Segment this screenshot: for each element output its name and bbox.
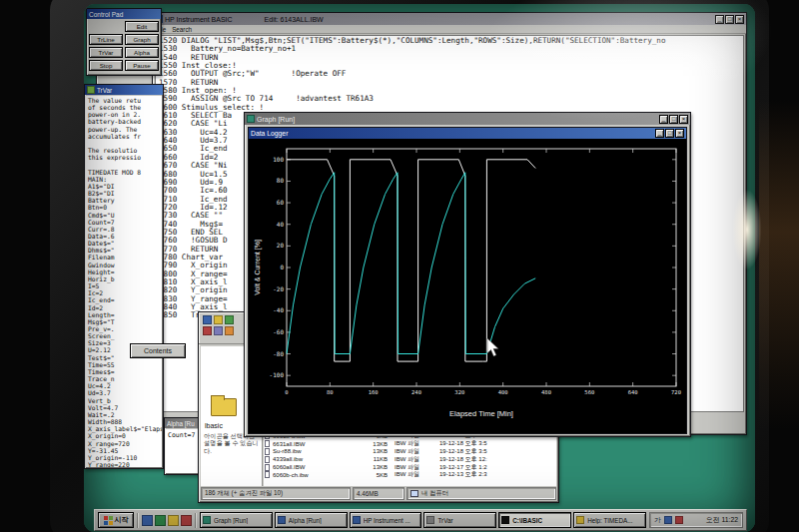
status-object-count: 186 개체 (+ 숨겨진 파일 10) [201, 487, 351, 500]
help-text-line: The resolutio [88, 147, 160, 154]
basic-window-titlebar[interactable]: HP Instrument BASIC Edit: 6143ALL.IBW _ … [153, 13, 746, 25]
task-icon [426, 516, 434, 524]
volt-trace [287, 173, 535, 354]
ime-indicator[interactable]: 가 [654, 516, 661, 525]
control-pad-button-stop[interactable]: Stop [89, 60, 123, 71]
y-tick-label: 80 [277, 177, 285, 184]
quick-launch-icon[interactable] [155, 515, 166, 526]
tray-icon[interactable] [664, 516, 672, 524]
taskbar-separator [195, 513, 197, 528]
tray-icon[interactable] [675, 516, 683, 524]
file-name: Su-r88.ibw [273, 448, 359, 454]
taskbar-button[interactable]: TrVar [423, 512, 496, 528]
menu-search[interactable]: Search [172, 26, 192, 33]
toolbar-icon[interactable] [225, 315, 234, 324]
control-pad-button-trvar[interactable]: TrVar [89, 47, 123, 58]
graph-window[interactable]: Graph [Run] _ □ × Data Logger _ □ × [244, 112, 691, 437]
taskbar-button[interactable]: C:\IBASIC [498, 512, 571, 528]
variable-line: I=5 [88, 282, 160, 289]
taskbar-button[interactable]: Help: TIMEDA... [573, 512, 646, 528]
control-pad-window[interactable]: Control Pad EditTrLineGraphTrVarAlphaSto… [86, 8, 162, 76]
file-name: 6631all.IBW [273, 441, 359, 447]
control-pad-titlebar[interactable]: Control Pad [87, 9, 161, 19]
system-tray[interactable]: 가 오전 11:22 [649, 512, 743, 528]
help-text-line: power-up. The [88, 126, 160, 133]
datalogger-window[interactable]: Data Logger _ □ × 100806040200-20-40-60-… [248, 127, 687, 434]
start-button[interactable]: 시작 [98, 512, 134, 528]
toolbar-icon[interactable] [225, 326, 234, 335]
code-line: 1600 Stimulus_select: ! [159, 104, 740, 112]
close-icon[interactable]: × [675, 129, 684, 138]
y-tick-label: 60 [277, 199, 285, 206]
close-icon[interactable]: × [735, 15, 744, 24]
basic-window-menubar: FileSearch [153, 25, 746, 34]
task-icon [353, 516, 361, 524]
code-line: 1530 Battery_no=Battery_no+1 [159, 45, 740, 53]
y-tick-label: -20 [273, 285, 284, 292]
file-size: 11KB [362, 456, 388, 462]
control-pad-button-trline[interactable]: TrLine [89, 34, 123, 45]
x-tick-label: 560 [584, 389, 594, 395]
datalogger-titlebar[interactable]: Data Logger _ □ × [249, 128, 686, 139]
task-icon [203, 516, 211, 524]
quick-launch-icon[interactable] [181, 515, 192, 526]
maximize-icon[interactable]: □ [725, 15, 734, 24]
maximize-icon[interactable]: □ [669, 115, 678, 124]
task-label: TrVar [437, 517, 452, 524]
task-label: C:\IBASIC [512, 517, 542, 524]
control-pad-button-alpha[interactable]: Alpha [125, 47, 159, 58]
graph-icon [247, 115, 255, 123]
control-pad-button-graph[interactable]: Graph [125, 34, 159, 45]
close-icon[interactable]: × [679, 115, 688, 124]
task-label: Help: TIMEDA... [587, 517, 632, 524]
variable-line: Ud=3.7 [88, 389, 160, 396]
trvar-icon [87, 86, 95, 94]
file-name: 6060b-ch.ibw [273, 472, 359, 478]
toolbar-icon[interactable] [203, 315, 212, 324]
taskbar[interactable]: 시작 Graph [Run]Alpha [Run]HP Instrument .… [94, 509, 747, 531]
minimize-icon[interactable]: _ [659, 115, 668, 124]
file-name: 6060all.IBW [273, 464, 359, 470]
variable-line: Y_range=220 [88, 461, 160, 467]
taskbar-button[interactable]: HP Instrument ... [350, 512, 422, 528]
taskbar-button[interactable]: Alpha [Run] [275, 512, 348, 528]
toolbar-icon[interactable] [214, 315, 223, 324]
graph-titlebar[interactable]: Graph [Run] _ □ × [245, 113, 690, 125]
control-pad-button-pause[interactable]: Pause [125, 60, 159, 71]
trvar-titlebar[interactable]: TrVar [85, 85, 163, 95]
variable-line: Data=.6 [88, 233, 160, 240]
variable-line: Times$= [88, 368, 160, 375]
file-row[interactable]: 6060b-ch.ibw5KBIBW 파일19-12-13 오후 2:3 [265, 471, 554, 479]
quick-launch-icon[interactable] [142, 515, 153, 526]
help-text-line: this expressio [88, 154, 160, 161]
file-type: IBW 파일 [391, 470, 436, 479]
trvar-window[interactable]: TrVar The value retuof seconds thepower-… [84, 84, 164, 469]
clock: 오전 11:22 [706, 515, 738, 525]
quick-launch-icon[interactable] [168, 515, 179, 526]
help-text-line: power-on in 2. [88, 111, 160, 118]
y-tick-label: -40 [273, 306, 284, 313]
x-tick-label: 240 [411, 389, 421, 395]
variable-list[interactable]: The value retuof seconds thepower-on in … [86, 96, 162, 467]
desktop-screen: TIMEDATE DA × FileEdit HP Instrument BAS… [84, 4, 755, 532]
alpha-title: Alpha [Ru [167, 420, 195, 427]
file-list[interactable]: 6631b-d.ibw9KBIBW 파일19-12-24 오후 4:46631a… [265, 432, 554, 479]
mouse-cursor [487, 338, 498, 356]
toolbar-icon[interactable] [214, 326, 223, 335]
taskbar-button[interactable]: Graph [Run] [200, 512, 273, 528]
control-pad-title: Control Pad [89, 11, 123, 18]
x-tick-label: 320 [454, 389, 464, 395]
control-pad-button-edit[interactable]: Edit [125, 21, 159, 32]
contents-button[interactable]: Contents [130, 343, 186, 358]
x-tick-label: 400 [498, 389, 508, 395]
variable-line: A1$="DI [88, 183, 160, 190]
minimize-icon[interactable]: _ [655, 129, 664, 138]
variable-line: Dhms$=" [88, 247, 160, 254]
task-label: HP Instrument ... [364, 517, 410, 524]
toolbar-icon[interactable] [203, 326, 212, 335]
file-icon [265, 456, 270, 463]
minimize-icon[interactable]: _ [715, 15, 724, 24]
task-icon [278, 516, 286, 524]
status-total-size: 4.46MB [353, 487, 404, 500]
maximize-icon[interactable]: □ [665, 129, 674, 138]
